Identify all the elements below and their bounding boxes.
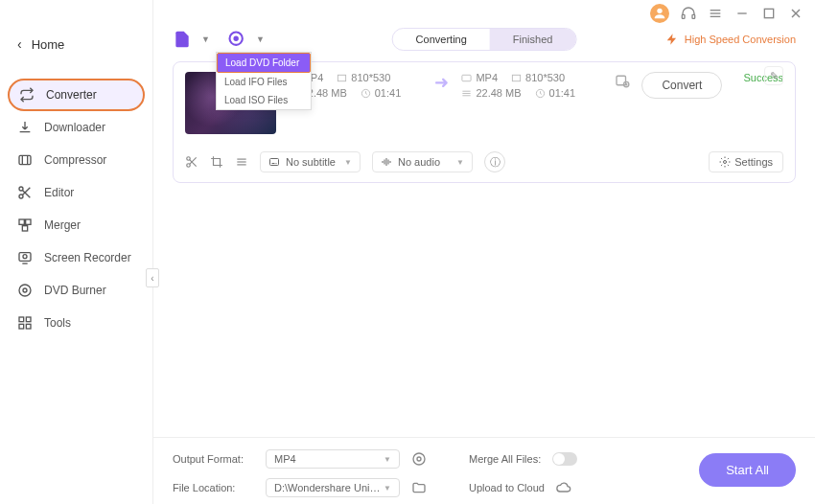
svg-rect-47 bbox=[270, 159, 279, 166]
svg-rect-36 bbox=[512, 75, 520, 80]
tab-converting[interactable]: Converting bbox=[393, 29, 490, 50]
upload-label: Upload to Cloud bbox=[469, 482, 545, 493]
gear-icon bbox=[719, 156, 731, 168]
dropdown-item-dvd-folder[interactable]: Load DVD Folder bbox=[217, 53, 311, 73]
info-button[interactable]: ⓘ bbox=[484, 151, 505, 172]
nav-label: Converter bbox=[46, 88, 97, 102]
dropdown-item-ifo[interactable]: Load IFO Files bbox=[217, 73, 311, 91]
home-link[interactable]: ‹ Home bbox=[0, 29, 152, 59]
add-disc-button[interactable] bbox=[227, 29, 248, 50]
convert-button[interactable]: Convert bbox=[641, 72, 722, 99]
subtitle-icon bbox=[268, 156, 280, 168]
svg-point-14 bbox=[19, 195, 23, 198]
chevron-down-icon: ▼ bbox=[384, 455, 391, 464]
svg-point-57 bbox=[413, 453, 425, 465]
svg-point-21 bbox=[23, 255, 27, 259]
merge-toggle[interactable] bbox=[552, 452, 577, 466]
video-icon bbox=[461, 73, 472, 83]
scissors-icon bbox=[17, 185, 33, 200]
output-settings-icon[interactable] bbox=[615, 72, 630, 89]
nav-label: Merger bbox=[44, 218, 81, 232]
svg-rect-20 bbox=[19, 253, 31, 262]
svg-rect-25 bbox=[19, 317, 24, 322]
svg-point-24 bbox=[23, 288, 27, 292]
nav-label: Compressor bbox=[44, 153, 106, 167]
start-all-button[interactable]: Start All bbox=[699, 453, 796, 487]
dropdown-item-iso[interactable]: Load ISO Files bbox=[217, 91, 311, 109]
svg-text:+: + bbox=[184, 39, 189, 49]
effect-icon[interactable] bbox=[235, 155, 248, 169]
sidebar-item-recorder[interactable]: Screen Recorder bbox=[0, 241, 152, 274]
crop-icon[interactable] bbox=[210, 155, 223, 169]
status-tabs: Converting Finished bbox=[392, 28, 577, 51]
sidebar-item-editor[interactable]: Editor bbox=[0, 176, 152, 209]
output-format-label: Output Format: bbox=[173, 453, 254, 465]
duration-icon bbox=[535, 88, 546, 99]
duration-icon bbox=[361, 88, 371, 99]
svg-rect-33 bbox=[338, 75, 346, 80]
file-location-select[interactable]: D:\Wondershare UniConverter 1 ▼ bbox=[266, 478, 400, 497]
footer: Output Format: MP4 ▼ Merge All Files: Fi… bbox=[153, 437, 815, 504]
sidebar-item-downloader[interactable]: Downloader bbox=[0, 111, 152, 144]
nav: Converter Downloader Compressor Editor M… bbox=[0, 79, 152, 339]
chevron-down-icon: ▼ bbox=[456, 158, 464, 167]
add-file-button[interactable]: + bbox=[173, 29, 194, 50]
resolution-icon bbox=[337, 73, 347, 83]
output-settings-icon[interactable] bbox=[411, 451, 427, 467]
folder-icon[interactable] bbox=[411, 480, 427, 495]
edit-button[interactable]: ✎ bbox=[764, 66, 783, 85]
chevron-down-icon: ▼ bbox=[384, 484, 391, 493]
svg-point-23 bbox=[19, 285, 31, 296]
size-icon bbox=[461, 88, 472, 99]
svg-rect-17 bbox=[19, 219, 24, 224]
svg-point-31 bbox=[234, 37, 237, 40]
bolt-icon bbox=[665, 33, 679, 46]
nav-label: Tools bbox=[44, 316, 71, 330]
merge-label: Merge All Files: bbox=[469, 453, 541, 465]
home-label: Home bbox=[32, 37, 65, 52]
nav-label: Editor bbox=[44, 186, 74, 199]
trim-icon[interactable] bbox=[185, 155, 198, 169]
svg-rect-28 bbox=[26, 324, 31, 329]
target-meta: MP4 810*530 22.48 MB 01:41 bbox=[461, 72, 595, 99]
svg-rect-18 bbox=[26, 219, 31, 224]
output-format-select[interactable]: MP4 ▼ bbox=[266, 449, 400, 469]
back-icon: ‹ bbox=[17, 36, 22, 52]
nav-label: Downloader bbox=[44, 121, 105, 134]
resolution-icon bbox=[511, 73, 522, 83]
converter-icon bbox=[19, 87, 35, 103]
subtitle-select[interactable]: No subtitle ▼ bbox=[260, 151, 361, 172]
sidebar-item-merger[interactable]: Merger bbox=[0, 209, 152, 241]
sidebar: ‹ Home Converter Downloader Compressor E… bbox=[0, 0, 153, 504]
main-panel: + ▼ ▼ Load DVD Folder Load IFO Files Loa… bbox=[153, 0, 815, 437]
audio-icon bbox=[381, 156, 392, 168]
audio-select[interactable]: No audio ▼ bbox=[372, 151, 473, 172]
file-location-label: File Location: bbox=[173, 482, 254, 493]
svg-point-13 bbox=[19, 187, 23, 191]
tab-finished[interactable]: Finished bbox=[490, 29, 576, 50]
sidebar-item-tools[interactable]: Tools bbox=[0, 307, 152, 339]
sidebar-item-compressor[interactable]: Compressor bbox=[0, 144, 152, 176]
sidebar-item-converter[interactable]: Converter bbox=[8, 79, 145, 111]
sidebar-item-dvd[interactable]: DVD Burner bbox=[0, 274, 152, 307]
hsc-label: High Speed Conversion bbox=[685, 34, 796, 45]
add-file-caret-icon[interactable]: ▼ bbox=[201, 34, 210, 44]
settings-button[interactable]: Settings bbox=[709, 151, 783, 172]
merge-icon bbox=[17, 218, 33, 233]
svg-rect-35 bbox=[462, 75, 471, 80]
high-speed-conversion-button[interactable]: High Speed Conversion bbox=[665, 33, 796, 46]
arrow-icon: ➜ bbox=[432, 72, 450, 93]
toolbar: + ▼ ▼ Load DVD Folder Load IFO Files Loa… bbox=[173, 29, 796, 50]
svg-rect-27 bbox=[19, 324, 24, 329]
svg-point-56 bbox=[417, 457, 421, 461]
disc-icon bbox=[17, 283, 33, 298]
cloud-icon[interactable] bbox=[556, 480, 571, 495]
svg-rect-26 bbox=[26, 317, 31, 322]
svg-rect-10 bbox=[19, 155, 31, 164]
compress-icon bbox=[17, 152, 33, 168]
disc-dropdown: Load DVD Folder Load IFO Files Load ISO … bbox=[216, 52, 312, 110]
grid-icon bbox=[17, 315, 33, 331]
recorder-icon bbox=[17, 250, 33, 265]
nav-label: Screen Recorder bbox=[44, 251, 131, 264]
add-disc-caret-icon[interactable]: ▼ bbox=[256, 34, 265, 44]
